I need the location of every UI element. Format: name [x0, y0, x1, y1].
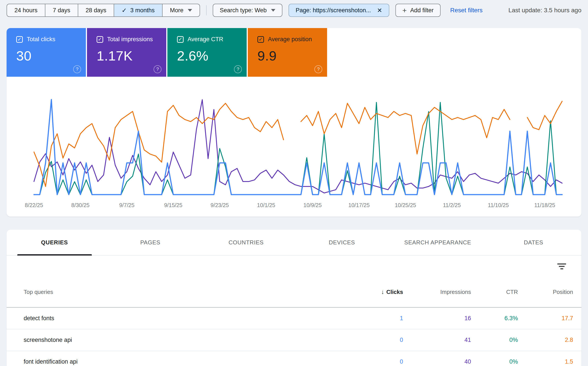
date-range-7-days[interactable]: 7 days	[45, 4, 78, 16]
last-update-text: Last update: 3.5 hours ago	[508, 7, 581, 14]
col-top-queries: Top queries	[24, 289, 331, 295]
checkbox-icon[interactable]: ✓	[257, 36, 264, 43]
ctr-cell: 0%	[471, 337, 518, 343]
performance-chart: 8/22/258/30/259/7/259/15/259/23/2510/1/2…	[7, 88, 581, 217]
line-chart-svg: 8/22/258/30/259/7/259/15/259/23/2510/1/2…	[7, 88, 581, 217]
svg-text:9/23/25: 9/23/25	[211, 202, 229, 208]
sort-desc-icon: ↓	[381, 289, 384, 295]
metric-cards: ✓ Total clicks 30 ? ✓ Total impressions …	[7, 28, 327, 77]
svg-text:10/9/25: 10/9/25	[303, 202, 322, 208]
add-filter-button[interactable]: + Add filter	[395, 4, 441, 17]
date-range-label: 3 months	[130, 7, 155, 14]
divider	[206, 5, 207, 15]
svg-text:8/22/25: 8/22/25	[25, 202, 43, 208]
clicks-cell: 0	[331, 358, 403, 365]
more-label: More	[170, 7, 184, 14]
query-cell: screenshotone api	[24, 337, 331, 343]
series-impressions	[34, 100, 562, 193]
query-cell: detect fonts	[24, 315, 331, 322]
impressions-cell: 40	[403, 358, 471, 365]
svg-text:10/17/25: 10/17/25	[348, 202, 369, 208]
metric-label: Average position	[268, 36, 312, 43]
metric-label: Total clicks	[27, 36, 55, 43]
ctr-cell: 0%	[471, 358, 518, 365]
tab-pages[interactable]: PAGES	[102, 230, 198, 255]
page-filter-chip[interactable]: Page: https://screenshoton... ✕	[288, 4, 389, 17]
help-icon[interactable]: ?	[234, 65, 242, 73]
tab-search-appearance[interactable]: SEARCH APPEARANCE	[390, 230, 485, 255]
tab-dates[interactable]: DATES	[486, 230, 581, 255]
add-filter-label: Add filter	[410, 7, 434, 14]
svg-text:9/15/25: 9/15/25	[164, 202, 182, 208]
svg-text:11/2/25: 11/2/25	[443, 202, 461, 208]
help-icon[interactable]: ?	[314, 65, 322, 73]
impressions-cell: 41	[403, 337, 471, 343]
col-position[interactable]: Position	[518, 289, 573, 295]
filter-list-icon[interactable]	[557, 263, 566, 269]
col-impressions[interactable]: Impressions	[403, 289, 471, 295]
metric-value: 2.6%	[177, 48, 247, 64]
impressions-cell: 16	[403, 315, 471, 322]
metric-value: 9.9	[257, 48, 327, 64]
date-range-24-hours[interactable]: 24 hours	[7, 4, 45, 16]
checkbox-icon[interactable]: ✓	[177, 36, 184, 43]
metric-label: Average CTR	[188, 36, 223, 43]
chevron-down-icon	[188, 9, 192, 12]
position-cell: 1.5	[518, 358, 573, 365]
tab-devices[interactable]: DEVICES	[294, 230, 390, 255]
position-cell: 2.8	[518, 337, 573, 343]
table-row[interactable]: detect fonts 1 16 6.3% 17.7	[7, 308, 581, 329]
metric-card-average-position[interactable]: ✓ Average position 9.9 ?	[248, 28, 327, 77]
chevron-down-icon	[271, 9, 275, 12]
svg-text:11/10/25: 11/10/25	[488, 202, 509, 208]
table-toolbar	[7, 256, 581, 277]
date-range-3-months-selected[interactable]: ✓ 3 months	[114, 4, 162, 16]
search-type-filter[interactable]: Search type: Web	[213, 4, 282, 17]
filter-bar: 24 hours 7 days 28 days ✓ 3 months More …	[7, 3, 581, 17]
metric-label: Total impressions	[107, 36, 153, 43]
checkbox-icon[interactable]: ✓	[97, 36, 103, 43]
check-icon: ✓	[121, 7, 127, 14]
help-icon[interactable]: ?	[154, 65, 161, 73]
query-cell: font identification api	[24, 358, 331, 365]
search-type-label: Search type: Web	[220, 7, 267, 14]
ctr-cell: 6.3%	[471, 315, 518, 322]
tab-queries[interactable]: QUERIES	[7, 230, 102, 255]
checkbox-icon[interactable]: ✓	[16, 36, 23, 43]
svg-text:11/18/25: 11/18/25	[534, 202, 555, 208]
clicks-cell: 1	[331, 315, 403, 322]
help-icon[interactable]: ?	[73, 65, 81, 73]
date-range-control: 24 hours 7 days 28 days ✓ 3 months More	[7, 4, 200, 17]
page-filter-label: Page: https://screenshoton...	[295, 7, 371, 14]
metric-value: 1.17K	[97, 48, 166, 64]
dimension-tabs: QUERIES PAGES COUNTRIES DEVICES SEARCH A…	[7, 230, 581, 256]
table-header: Top queries ↓ Clicks Impressions CTR Pos…	[7, 277, 581, 308]
date-range-label: 7 days	[53, 7, 70, 14]
date-range-label: 28 days	[86, 7, 106, 14]
table-row[interactable]: screenshotone api 0 41 0% 2.8	[7, 329, 581, 351]
reset-filters-link[interactable]: Reset filters	[450, 7, 483, 14]
table-row[interactable]: font identification api 0 40 0% 1.5	[7, 351, 581, 366]
series-ctr-	[34, 102, 562, 195]
metric-card-total-clicks[interactable]: ✓ Total clicks 30 ?	[7, 28, 86, 77]
date-range-28-days[interactable]: 28 days	[78, 4, 114, 16]
metric-value: 30	[16, 48, 86, 64]
performance-panel: ✓ Total clicks 30 ? ✓ Total impressions …	[7, 28, 581, 217]
tab-countries[interactable]: COUNTRIES	[198, 230, 294, 255]
svg-text:10/25/25: 10/25/25	[395, 202, 416, 208]
metric-card-total-impressions[interactable]: ✓ Total impressions 1.17K ?	[87, 28, 166, 77]
dimensions-panel: QUERIES PAGES COUNTRIES DEVICES SEARCH A…	[7, 230, 581, 366]
col-ctr[interactable]: CTR	[471, 289, 518, 295]
svg-text:8/30/25: 8/30/25	[71, 202, 89, 208]
position-cell: 17.7	[518, 315, 573, 322]
svg-text:9/7/25: 9/7/25	[119, 202, 135, 208]
svg-text:10/1/25: 10/1/25	[257, 202, 275, 208]
series-position	[34, 101, 562, 186]
clicks-cell: 0	[331, 337, 403, 343]
plus-icon: +	[402, 7, 407, 14]
close-icon[interactable]: ✕	[377, 7, 382, 14]
date-range-more-menu[interactable]: More	[162, 4, 200, 16]
col-clicks[interactable]: ↓ Clicks	[331, 289, 403, 295]
series-clicks	[34, 99, 562, 195]
metric-card-average-ctr[interactable]: ✓ Average CTR 2.6% ?	[167, 28, 247, 77]
